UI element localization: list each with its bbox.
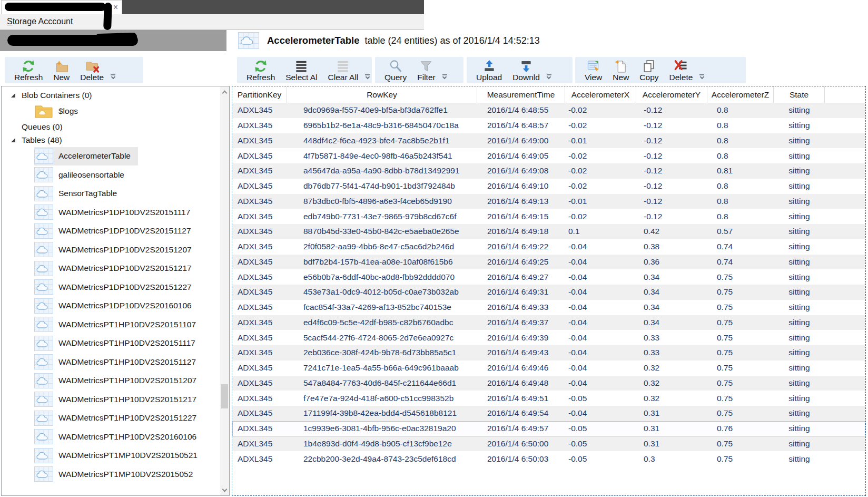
- cell-state: sitting: [774, 242, 825, 251]
- column-header-partitionkey[interactable]: PartitionKey: [232, 86, 287, 103]
- sidebar-new-button[interactable]: New: [48, 59, 75, 82]
- expander-icon[interactable]: [11, 138, 15, 142]
- cell-rowkey: 8870b45d-33e0-45b0-842c-e5aeba0e265e: [287, 227, 477, 236]
- column-header-accelerometerz[interactable]: AccelerometerZ: [707, 86, 774, 103]
- tree-item-wadmetricsp1dp10dv2s20151117[interactable]: WADMetricsP1DP10DV2S20151117: [2, 203, 220, 222]
- tree-item-wadmetricspt1hp10dv2s20151227[interactable]: WADMetricsPT1HP10DV2S20151227: [2, 409, 220, 428]
- query-group-overflow-icon[interactable]: [441, 59, 449, 82]
- filter-button[interactable]: Filter: [412, 59, 440, 82]
- entity-group-overflow-icon[interactable]: [698, 59, 706, 82]
- column-header-rowkey[interactable]: RowKey: [287, 86, 477, 103]
- upload-button[interactable]: Upload: [471, 59, 507, 82]
- cell-accelerometerz: 0.75: [707, 333, 774, 343]
- cell-rowkey: ed4f6c09-5c5e-42df-b985-c82b6760adbc: [287, 318, 477, 327]
- tree-item-accelerometertable[interactable]: AccelerometerTable: [2, 147, 220, 166]
- view-button[interactable]: View: [579, 59, 607, 82]
- entity-row[interactable]: ADXL345ed4f6c09-5c5e-42df-b985-c82b6760a…: [232, 315, 865, 330]
- clear-all-button[interactable]: Clear All: [323, 59, 364, 82]
- cell-partitionkey: ADXL345: [232, 166, 287, 176]
- tree-item-galileosensortable[interactable]: galileosensortable: [2, 165, 220, 184]
- tree-item-blob-containers-0-[interactable]: Blob Containers (0): [2, 89, 220, 102]
- cell-rowkey: 1c9939e6-3081-4bfb-956c-e0ac32819a20: [287, 424, 477, 433]
- entity-row[interactable]: ADXL3451c9939e6-3081-4bfb-956c-e0ac32819…: [232, 421, 865, 436]
- entity-row[interactable]: ADXL345e56b0b7a-6ddf-40bc-a0d8-fbb92dddd…: [232, 269, 865, 285]
- scrollbar-up-icon[interactable]: [220, 87, 229, 96]
- sidebar-delete-button[interactable]: Delete: [75, 59, 109, 82]
- entity-row[interactable]: ADXL345edb749b0-7731-43e7-9865-979b8cd67…: [232, 209, 865, 224]
- download-button[interactable]: Downld: [507, 59, 545, 82]
- entity-row[interactable]: ADXL345fcac854f-33a7-4269-af13-852bc7401…: [232, 300, 865, 315]
- entity-row[interactable]: ADXL3457241c71e-1ea5-4a55-b66a-649c961ba…: [232, 360, 865, 376]
- cell-measurementtime: 2016/1/4 6:49:25: [477, 257, 565, 267]
- entity-row[interactable]: ADXL34587b3dbc0-fbf5-4896-a6e3-f4ceb65d9…: [232, 194, 865, 209]
- tree-item-tables-48-[interactable]: Tables (48): [2, 134, 220, 147]
- tree-item-wadmetricspt1hp10dv2s20160106[interactable]: WADMetricsPT1HP10DV2S20160106: [2, 427, 220, 446]
- entity-row[interactable]: ADXL3454f7b5871-849e-4ec0-98fb-46a5b243f…: [232, 148, 865, 163]
- menu-bar: Storage Acccount: [0, 14, 424, 30]
- tree-item-wadmetricspt1hp10dv2s20151127[interactable]: WADMetricsPT1HP10DV2S20151127: [2, 353, 220, 372]
- tree-item-wadmetricspt1mp10dv2s2015052[interactable]: WADMetricsPT1MP10DV2S2015052: [2, 465, 220, 484]
- tree-item-wadmetricspt1mp10dv2s20150521[interactable]: WADMetricsPT1MP10DV2S20150521: [2, 446, 220, 465]
- cell-accelerometery: -0.12: [636, 166, 707, 176]
- scrollbar-down-icon[interactable]: [220, 485, 229, 494]
- menu-storage-account[interactable]: Storage Acccount: [7, 14, 73, 29]
- entity-row[interactable]: ADXL345f7e47e7a-924d-418f-a600-c51cc9983…: [232, 391, 865, 406]
- sidebar-toolbar-overflow-icon[interactable]: [109, 59, 117, 82]
- entity-row[interactable]: ADXL345bdf7b2b4-157b-41ea-a08e-10af08f61…: [232, 255, 865, 270]
- scrollbar-thumb[interactable]: [221, 384, 228, 408]
- tree-item-label: WADMetricsPT1MP10DV2S2015052: [58, 470, 193, 479]
- entity-row[interactable]: ADXL3451b4e893d-d0f4-49d8-b905-cf13cf9be…: [232, 436, 865, 452]
- cell-rowkey: 22cbb200-3e2d-49a4-8743-23c5def618cd: [287, 454, 477, 464]
- cell-state: sitting: [774, 121, 825, 130]
- cell-rowkey: f7e47e7a-924d-418f-a600-c51cc998352b: [287, 394, 477, 403]
- tree-scrollbar[interactable]: [220, 86, 229, 495]
- refresh-icon: [254, 60, 268, 73]
- tab-close-icon[interactable]: ×: [113, 2, 118, 13]
- entity-row[interactable]: ADXL345448df4c2-f6ea-4923-bfe4-7ac8b5e2b…: [232, 133, 865, 149]
- entity-row[interactable]: ADXL3452f0f0582-aa99-4bb6-8e47-c5ac6d2b2…: [232, 239, 865, 255]
- cell-measurementtime: 2016/1/4 6:49:57: [477, 424, 565, 433]
- tree-item-wadmetricsp1dp10dv2s20151227[interactable]: WADMetricsP1DP10DV2S20151227: [2, 278, 220, 297]
- expander-icon[interactable]: [11, 93, 15, 98]
- table-cloud-icon: [34, 261, 53, 276]
- copy-entity-button[interactable]: Copy: [634, 59, 664, 82]
- tree-item-wadmetricspt1hp10dv2s20151207[interactable]: WADMetricsPT1HP10DV2S20151207: [2, 372, 220, 391]
- tree-item-wadmetricspt1hp10dv2s20151117[interactable]: WADMetricsPT1HP10DV2S20151117: [2, 334, 220, 353]
- new-entity-button[interactable]: New: [607, 59, 634, 82]
- entity-row[interactable]: ADXL3452eb036ce-308f-424b-9b78-6d73bb85a…: [232, 345, 865, 360]
- select-all-button[interactable]: Select Al: [280, 59, 322, 82]
- query-button[interactable]: Query: [379, 59, 412, 82]
- entity-row[interactable]: ADXL345453e73a1-0dc9-4012-b05d-c0ae73b03…: [232, 285, 865, 300]
- tree-item-wadmetricsp1dp10dv2s20151217[interactable]: WADMetricsP1DP10DV2S20151217: [2, 259, 220, 278]
- table-cloud-icon: [34, 204, 53, 220]
- tree-item-queues-0-[interactable]: Queues (0): [2, 121, 220, 134]
- column-header-accelerometery[interactable]: AccelerometerY: [636, 86, 707, 103]
- tree-item-wadmetricsp1dp10dv2s20160106[interactable]: WADMetricsP1DP10DV2S20160106: [2, 297, 220, 316]
- transfer-group-overflow-icon[interactable]: [545, 59, 553, 82]
- entity-row[interactable]: ADXL3456965b1b2-6e1a-48c9-b316-68450470c…: [232, 118, 865, 133]
- column-header-accelerometerx[interactable]: AccelerometerX: [565, 86, 636, 103]
- entity-row[interactable]: ADXL3458870b45d-33e0-45b0-842c-e5aeba0e2…: [232, 224, 865, 239]
- tree-item-wadmetricsp1dp10dv2s20151127[interactable]: WADMetricsP1DP10DV2S20151127: [2, 222, 220, 241]
- entity-row[interactable]: ADXL3455cacf544-27f6-4724-8065-2d7e6ea09…: [232, 330, 865, 345]
- tree-item-wadmetricsp1dp10dv2s20151207[interactable]: WADMetricsP1DP10DV2S20151207: [2, 240, 220, 259]
- entity-row[interactable]: ADXL345db76db77-5f41-474d-b901-1bd3f7924…: [232, 179, 865, 194]
- entity-row[interactable]: ADXL34522cbb200-3e2d-49a4-8743-23c5def61…: [232, 451, 865, 466]
- cell-accelerometerx: -0.02: [565, 121, 636, 130]
- tree-item-sensortagtable[interactable]: SensorTagTable: [2, 184, 220, 203]
- entity-row[interactable]: ADXL345171199f4-39b8-42ea-bdd4-d545618b8…: [232, 406, 865, 421]
- tree-item-wadmetricspt1hp10dv2s20151107[interactable]: WADMetricsPT1HP10DV2S20151107: [2, 315, 220, 334]
- tree-item-$logs[interactable]: $logs: [2, 102, 220, 121]
- table-cloud-icon: [34, 354, 53, 369]
- sidebar-refresh-button[interactable]: Refresh: [9, 59, 48, 82]
- tree-item-wadmetricspt1hp10dv2s20151217[interactable]: WADMetricsPT1HP10DV2S20151217: [2, 390, 220, 409]
- entity-row[interactable]: ADXL345a45647da-a95a-4a90-8dbb-b78d13492…: [232, 163, 865, 179]
- entity-row[interactable]: ADXL3459dc0969a-f557-40e9-bf5a-bf3da762f…: [232, 103, 865, 118]
- entity-row[interactable]: ADXL345547a8484-7763-40d6-845f-c211644e6…: [232, 376, 865, 391]
- column-header-state[interactable]: State: [774, 86, 825, 103]
- cell-measurementtime: 2016/1/4 6:49:31: [477, 287, 565, 297]
- delete-entity-button[interactable]: Delete: [664, 59, 698, 82]
- column-header-measurementtime[interactable]: MeasurementTime: [477, 86, 565, 103]
- selection-group-overflow-icon[interactable]: [363, 59, 371, 82]
- grid-refresh-button[interactable]: Refresh: [241, 59, 280, 82]
